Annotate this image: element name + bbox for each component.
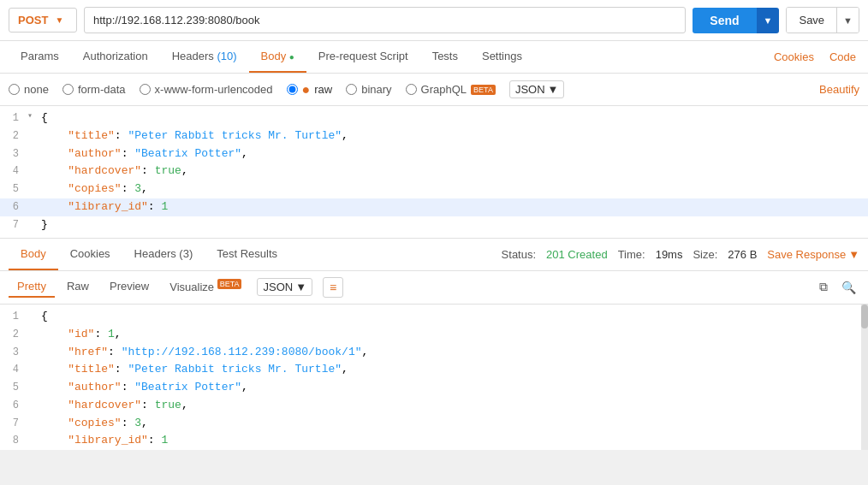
tab-settings[interactable]: Settings [470,41,534,73]
response-status-area: Status: 201 Created Time: 19ms Size: 276… [502,248,859,261]
fmt-tab-preview[interactable]: Preview [101,276,158,298]
json-select-label: JSON [515,83,545,96]
status-label: Status: [502,248,536,261]
top-bar: POST ▼ Send ▼ Save ▼ [0,0,868,41]
radio-raw[interactable]: ● raw [287,82,333,98]
fmt-tab-visualize[interactable]: Visualize BETA [161,276,250,299]
cookies-link[interactable]: Cookies [770,42,817,72]
graphql-beta-badge: BETA [471,85,496,95]
tab-right-links: Cookies Code [770,42,859,72]
visualize-beta-badge: BETA [217,279,242,289]
tab-params[interactable]: Params [9,41,71,73]
tab-body[interactable]: Body ● [249,41,306,73]
save-btn-group: Save ▼ [786,7,859,33]
send-btn-group: Send ▼ [693,8,779,33]
tab-headers[interactable]: Headers (10) [160,41,249,73]
save-button[interactable]: Save [787,8,836,33]
req-line-7: 7 } [0,216,868,234]
tab-tests[interactable]: Tests [420,41,470,73]
search-button[interactable]: 🔍 [838,278,859,296]
scrollbar-thumb[interactable] [861,305,868,328]
resp-line-3: 3 "href": "http://192.168.112.239:8080/b… [0,344,868,362]
tab-pre-request[interactable]: Pre-request Script [306,41,420,73]
resp-line-8: 8 "library_id": 1 [0,432,868,449]
response-format-row: Pretty Raw Preview Visualize BETA JSON ▼… [0,271,868,305]
beautify-button[interactable]: Beautify [819,83,859,96]
method-select[interactable]: POST ▼ [9,8,77,33]
method-chevron-icon: ▼ [55,15,63,25]
json-select-chevron-icon: ▼ [548,83,559,96]
save-dropdown-button[interactable]: ▼ [836,8,859,33]
resp-tab-test-results[interactable]: Test Results [205,239,289,270]
size-label: Size: [693,248,717,261]
resp-line-6: 6 "hardcover": true, [0,397,868,415]
resp-line-5: 5 "author": "Beatrix Potter", [0,379,868,397]
main-tabs-row: Params Authorization Headers (10) Body ●… [0,41,868,74]
resp-json-label: JSON [263,281,293,293]
body-format-row: none form-data x-www-form-urlencoded ● r… [0,74,868,106]
resp-line-7: 7 "copies": 3, [0,415,868,433]
radio-urlencoded[interactable]: x-www-form-urlencoded [140,83,273,96]
body-dot-icon: ● [289,52,294,62]
fmt-tab-raw[interactable]: Raw [58,276,98,298]
resp-line-1: 1 { [0,308,868,326]
req-line-4: 4 "hardcover": true, [0,163,868,180]
headers-badge: (10) [217,50,236,62]
json-format-select[interactable]: JSON ▼ [509,80,565,98]
fmt-tab-pretty[interactable]: Pretty [9,276,55,298]
response-tabs-row: Body Cookies Headers (3) Test Results St… [0,239,868,271]
resp-json-chevron-icon: ▼ [295,281,306,293]
request-editor-section: 1 ▾ { 2 "title": "Peter Rabbit tricks Mr… [0,106,868,239]
radio-graphql[interactable]: GraphQL BETA [406,83,496,96]
send-button[interactable]: Send [693,8,756,33]
copy-button[interactable]: ⧉ [816,278,831,296]
response-json-select[interactable]: JSON ▼ [257,278,312,296]
scrollbar-track[interactable] [861,305,868,450]
wrap-lines-button[interactable]: ≡ [323,277,343,298]
size-value: 276 B [728,248,757,261]
radio-formdata[interactable]: form-data [62,83,126,96]
send-dropdown-button[interactable]: ▼ [757,8,780,33]
time-value: 19ms [656,248,683,261]
status-value: 201 Created [546,248,608,261]
save-response-label: Save Response [767,248,846,261]
resp-line-4: 4 "title": "Peter Rabbit tricks Mr. Turt… [0,361,868,379]
resp-tab-body[interactable]: Body [9,239,58,270]
save-response-chevron-icon: ▼ [848,248,859,261]
time-label: Time: [618,248,645,261]
response-code-area[interactable]: 1 { 2 "id": 1, 3 "href": "http://192.168… [0,305,868,450]
req-line-1: 1 ▾ { [0,109,868,127]
req-line-6: 6 "library_id": 1 [0,198,868,216]
fold-arrow-icon[interactable]: ▾ [27,109,38,123]
tab-authorization[interactable]: Authorization [71,41,160,73]
url-input[interactable] [84,7,686,33]
radio-none[interactable]: none [9,83,49,96]
resp-line-2: 2 "id": 1, [0,326,868,344]
raw-dot-icon: ● [302,82,311,98]
response-section: Body Cookies Headers (3) Test Results St… [0,239,868,450]
method-value: POST [18,14,48,27]
resp-tab-cookies[interactable]: Cookies [58,239,122,270]
req-line-2: 2 "title": "Peter Rabbit tricks Mr. Turt… [0,127,868,145]
request-code-area[interactable]: 1 ▾ { 2 "title": "Peter Rabbit tricks Mr… [0,106,868,238]
radio-binary[interactable]: binary [346,83,391,96]
response-right-icons: ⧉ 🔍 [816,278,859,296]
code-link[interactable]: Code [826,42,859,72]
req-line-5: 5 "copies": 3, [0,180,868,198]
save-response-button[interactable]: Save Response ▼ [767,248,859,261]
resp-tab-headers[interactable]: Headers (3) [122,239,205,270]
req-line-3: 3 "author": "Beatrix Potter", [0,145,868,163]
